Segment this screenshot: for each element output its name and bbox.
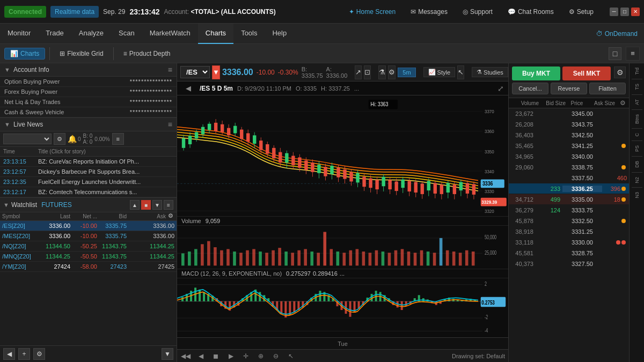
watchlist-row-2[interactable]: /NQ[Z20] 11344.50 -50.25 11343.75 11344.… (0, 241, 177, 252)
news-col-title[interactable]: Title (Click for story) (35, 147, 177, 156)
flexible-grid-button[interactable]: ⊞ Flexible Grid (54, 48, 108, 59)
flatten-button[interactable]: Flatten (589, 83, 626, 94)
wl-col-net[interactable]: Net ... (72, 212, 99, 220)
style-button[interactable]: 📈 Style (423, 67, 455, 77)
nav-trade[interactable]: Trade (38, 24, 71, 44)
cancel-button[interactable]: Cancel... (512, 83, 548, 94)
ob-row-5[interactable]: 29,060 3338.75 (509, 162, 629, 173)
news-row[interactable]: 23:12:35 FuelCell Energy Launches Underw… (0, 177, 177, 187)
watchlist-up-btn[interactable]: ▲ (130, 200, 140, 210)
symbol-search-btn[interactable]: ▼ (212, 65, 220, 79)
product-depth-button[interactable]: ≡ Product Depth (118, 48, 176, 59)
ob-row-3[interactable]: 35,465 3341.25 (509, 141, 629, 151)
collapse-btn[interactable]: ◀ (181, 82, 195, 95)
wl-col-last[interactable]: Last (43, 212, 72, 220)
news-col-time[interactable]: Time (0, 147, 35, 156)
nav-support[interactable]: ◎ Support (459, 6, 496, 18)
minimize-button[interactable]: ─ (610, 8, 618, 16)
nav-help[interactable]: Help (265, 24, 294, 44)
news-filter-select[interactable] (3, 134, 52, 144)
ob-row-14[interactable]: 40,373 3327.50 (509, 258, 629, 269)
timeframe-button[interactable]: 5m (398, 68, 415, 77)
zoom-in-btn[interactable]: ⊕ (255, 351, 266, 361)
watchlist-row-0[interactable]: /ES[Z20] 3336.00 -10.00 3335.75 3336.00 (0, 221, 177, 231)
ob-row-11[interactable]: 38,918 3331.25 (509, 226, 629, 237)
symbol-select[interactable]: /ES (180, 66, 210, 78)
rs-n2[interactable]: N2 (634, 175, 640, 186)
cursor-mode-btn[interactable]: ↖ (286, 351, 296, 361)
news-list-icon[interactable]: ≡ (112, 133, 124, 145)
ob-row-12[interactable]: 33,118 3330.00 (509, 237, 629, 248)
rs-at[interactable]: AT (634, 97, 640, 107)
nav-setup[interactable]: ⚙ Setup (566, 6, 597, 18)
charts-tab-button[interactable]: 📊 Charts (4, 48, 45, 60)
zoom-out-btn[interactable]: ⊖ (270, 351, 281, 361)
cursor-btn[interactable]: ↖ (457, 65, 464, 79)
wl-col-bid[interactable]: Bid (99, 212, 129, 220)
chart-settings-btn[interactable]: ⚙ (388, 65, 396, 79)
watchlist-red-btn[interactable]: ■ (141, 200, 151, 210)
wl-col-ask[interactable]: Ask (129, 212, 168, 220)
prev-btn[interactable]: ◀ (3, 348, 15, 360)
watchlist-down-btn[interactable]: ▼ (152, 200, 162, 210)
rs-btns[interactable]: Btns (634, 112, 640, 126)
rs-ps[interactable]: PS (634, 143, 640, 154)
nav-analyze[interactable]: Analyze (71, 24, 111, 44)
news-settings-icon[interactable]: ≡ (168, 120, 172, 129)
live-news-header[interactable]: ▼ Live News ≡ (0, 118, 177, 131)
chart-expand-icon[interactable]: ⤢ (497, 84, 504, 93)
nav-monitor[interactable]: Monitor (0, 24, 38, 44)
news-settings-btn[interactable]: ⚙ (54, 133, 65, 145)
nav-home-screen[interactable]: ✦ Home Screen (346, 6, 399, 18)
settings-btn[interactable]: ⚙ (33, 348, 45, 360)
studies-button[interactable]: ⚗ Studies (472, 67, 508, 77)
share-btn[interactable]: ↗ (355, 65, 362, 79)
rs-ts[interactable]: TS (634, 82, 640, 92)
lab-btn[interactable]: ⚗ (378, 65, 386, 79)
reverse-button[interactable]: Reverse (551, 83, 587, 94)
account-info-header[interactable]: ▼ Account Info ≡ (0, 63, 177, 77)
rs-n3[interactable]: N3 (634, 190, 640, 201)
ob-row-0[interactable]: 23,672 3345.00 (509, 108, 629, 119)
ob-row-current[interactable]: 233 3336.25 396 (509, 183, 629, 194)
news-row[interactable]: 23:13:15 BZ: CureVac Reports Initiation … (0, 157, 177, 167)
watchlist-settings-btn[interactable]: ≡ (164, 200, 173, 210)
watchlist-row-4[interactable]: /YM[Z20] 27424 -58.00 27423 27425 (0, 262, 177, 272)
wl-settings-col[interactable]: ⚙ (168, 212, 177, 220)
ob-settings-btn[interactable]: ⚙ (614, 67, 626, 78)
ob-col-settings[interactable]: ⚙ (615, 99, 626, 107)
chart-expand-button[interactable]: □ (609, 47, 621, 60)
ob-row-9[interactable]: 36,279 124 3333.75 (509, 205, 629, 216)
ob-row-1[interactable]: 26,208 3343.75 (509, 119, 629, 130)
sell-mkt-button[interactable]: Sell MKT (562, 67, 611, 80)
chart-menu-icon[interactable]: ≡ (626, 47, 640, 61)
ondemand-button[interactable]: ⏱ OnDemand (590, 24, 644, 44)
ob-row-4[interactable]: 34,965 3340.00 (509, 151, 629, 162)
nav-messages[interactable]: ✉ Messages (407, 6, 451, 18)
account-settings-icon[interactable]: ≡ (168, 65, 172, 74)
crosshair-btn[interactable]: ✛ (240, 351, 251, 361)
add-btn[interactable]: + (18, 348, 30, 360)
maximize-button[interactable]: □ (620, 8, 629, 16)
scroll-down-btn[interactable]: ▼ (162, 348, 173, 360)
ob-row-2[interactable]: 36,403 3342.50 (509, 130, 629, 141)
stop-btn[interactable]: ◼ (210, 351, 221, 361)
buy-mkt-button[interactable]: Buy MKT (512, 67, 560, 80)
rs-c[interactable]: C (634, 131, 640, 139)
rs-trd[interactable]: Trd (634, 65, 640, 77)
watchlist-row-1[interactable]: /MES[Z20] 3336.00 -10.00 3335.75 3336.00 (0, 231, 177, 241)
ob-row-6[interactable]: 3337.50 460 (509, 173, 629, 183)
ob-row-10[interactable]: 45,878 3332.50 (509, 216, 629, 226)
nav-charts[interactable]: Charts (198, 24, 233, 44)
nav-chat-rooms[interactable]: 💬 Chat Rooms (504, 6, 557, 18)
prev-page-btn[interactable]: ◀◀ (180, 351, 191, 361)
news-row[interactable]: 23:12:17 BZ: Comtech Telecommunications … (0, 187, 177, 197)
news-row[interactable]: 23:12:57 Dickey's Barbecue Pit Supports … (0, 167, 177, 177)
wl-col-symbol[interactable]: Symbol (0, 212, 43, 220)
ob-row-13[interactable]: 45,581 3328.75 (509, 248, 629, 258)
forward-btn[interactable]: ▶ (225, 351, 236, 361)
watchlist-row-3[interactable]: /MNQ[Z20] 11344.25 -50.50 11343.75 11344… (0, 252, 177, 262)
nav-scan[interactable]: Scan (111, 24, 142, 44)
nav-marketwatch[interactable]: MarketWatch (142, 24, 198, 44)
nav-tools[interactable]: Tools (233, 24, 265, 44)
